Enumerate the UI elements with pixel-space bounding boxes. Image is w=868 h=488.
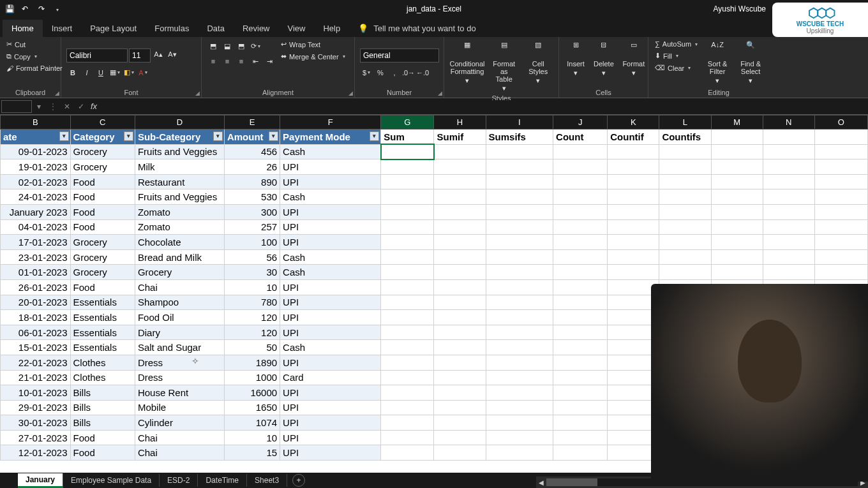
cell[interactable] bbox=[381, 310, 434, 325]
cell[interactable] bbox=[814, 219, 867, 235]
table-header[interactable]: ate▾ bbox=[1, 129, 71, 145]
cell[interactable]: 100 bbox=[224, 235, 280, 250]
column-header[interactable]: B bbox=[1, 115, 71, 129]
cell[interactable]: 56 bbox=[224, 249, 280, 265]
cell[interactable] bbox=[659, 174, 711, 189]
cell[interactable]: 29-01-2023 bbox=[1, 400, 71, 415]
cell[interactable] bbox=[381, 385, 434, 401]
cell[interactable] bbox=[486, 265, 553, 280]
cell[interactable] bbox=[486, 370, 553, 385]
cell[interactable]: 02-01-2023 bbox=[1, 174, 71, 189]
cell[interactable] bbox=[711, 249, 763, 265]
qat-customize-icon[interactable] bbox=[55, 4, 64, 13]
cell[interactable]: 16000 bbox=[224, 385, 280, 401]
cell[interactable] bbox=[381, 189, 434, 205]
ribbon-tab-home[interactable]: Home bbox=[3, 20, 43, 37]
fill-color-button[interactable]: ◧ bbox=[123, 66, 135, 79]
cell[interactable] bbox=[814, 129, 867, 145]
summary-header[interactable]: Countif bbox=[608, 129, 659, 145]
table-header[interactable]: Sub-Category▾ bbox=[135, 129, 224, 145]
cell[interactable] bbox=[763, 265, 814, 280]
cell[interactable]: 20-01-2023 bbox=[1, 295, 71, 310]
user-name[interactable]: Ayushi Wscube bbox=[714, 4, 766, 13]
cell[interactable] bbox=[553, 279, 608, 295]
ribbon-tab-help[interactable]: Help bbox=[314, 20, 349, 37]
cell[interactable] bbox=[553, 249, 608, 265]
cell[interactable]: Diary bbox=[135, 325, 224, 340]
number-format-combo[interactable] bbox=[360, 48, 439, 63]
accounting-format-icon[interactable]: $ bbox=[360, 66, 373, 79]
cell[interactable]: Zomato bbox=[135, 219, 224, 235]
format-cells-button[interactable]: ▭Format▾ bbox=[620, 40, 647, 78]
cell[interactable] bbox=[711, 204, 763, 219]
cell[interactable] bbox=[434, 400, 486, 415]
cell[interactable]: Dress bbox=[135, 370, 224, 385]
cell[interactable] bbox=[553, 265, 608, 280]
scroll-thumb[interactable] bbox=[546, 478, 597, 486]
cell[interactable]: Fruits and Veggies bbox=[135, 189, 224, 205]
cell[interactable] bbox=[434, 265, 486, 280]
cell[interactable]: Chai bbox=[135, 430, 224, 445]
cell[interactable]: Food Oil bbox=[135, 310, 224, 325]
cell[interactable]: 10 bbox=[224, 279, 280, 295]
cell[interactable]: Grocery bbox=[70, 235, 135, 250]
sort-filter-button[interactable]: A↓ZSort & Filter▾ bbox=[703, 40, 732, 85]
cell[interactable] bbox=[814, 265, 867, 280]
increase-indent-icon[interactable]: ⇥ bbox=[263, 55, 276, 68]
cell[interactable] bbox=[381, 325, 434, 340]
cut-button[interactable]: ✂Cut bbox=[5, 40, 64, 49]
find-select-button[interactable]: 🔍Find & Select▾ bbox=[736, 40, 765, 85]
cell[interactable] bbox=[814, 204, 867, 219]
cell[interactable]: Shampoo bbox=[135, 295, 224, 310]
cell[interactable]: Cash bbox=[280, 189, 381, 205]
cell[interactable]: 21-01-2023 bbox=[1, 370, 71, 385]
cell[interactable]: UPI bbox=[280, 415, 381, 431]
cell[interactable]: Salt and Sugar bbox=[135, 340, 224, 355]
cell[interactable]: Food bbox=[70, 445, 135, 461]
cell[interactable] bbox=[434, 235, 486, 250]
cell[interactable] bbox=[381, 445, 434, 461]
tell-me-search[interactable]: 💡Tell me what you want to do bbox=[349, 20, 484, 37]
underline-button[interactable]: U bbox=[94, 66, 107, 79]
cell[interactable] bbox=[659, 159, 711, 175]
cell[interactable] bbox=[711, 144, 763, 159]
column-header[interactable]: J bbox=[553, 115, 608, 129]
cell[interactable] bbox=[434, 340, 486, 355]
cell[interactable]: 1000 bbox=[224, 370, 280, 385]
cell[interactable]: UPI bbox=[280, 310, 381, 325]
cell[interactable] bbox=[763, 204, 814, 219]
cell[interactable]: 10 bbox=[224, 430, 280, 445]
cell[interactable]: January 2023 bbox=[1, 204, 71, 219]
cell[interactable]: Card bbox=[280, 370, 381, 385]
decrease-font-icon[interactable]: A▾ bbox=[166, 48, 179, 61]
column-header[interactable]: C bbox=[70, 115, 135, 129]
sheet-tab[interactable]: January bbox=[18, 473, 63, 488]
cell[interactable]: Grocery bbox=[135, 265, 224, 280]
cell[interactable] bbox=[814, 235, 867, 250]
cell[interactable]: 10-01-2023 bbox=[1, 385, 71, 401]
cell[interactable]: 27-01-2023 bbox=[1, 430, 71, 445]
filter-dropdown-icon[interactable]: ▾ bbox=[370, 131, 379, 141]
cell[interactable]: Chai bbox=[135, 279, 224, 295]
cell[interactable] bbox=[486, 430, 553, 445]
cell[interactable] bbox=[434, 295, 486, 310]
cell[interactable] bbox=[553, 174, 608, 189]
cell[interactable]: 18-01-2023 bbox=[1, 310, 71, 325]
cell[interactable] bbox=[711, 174, 763, 189]
cell[interactable] bbox=[434, 189, 486, 205]
table-header[interactable]: Payment Mode▾ bbox=[280, 129, 381, 145]
cell[interactable] bbox=[711, 129, 763, 145]
cell[interactable]: 22-01-2023 bbox=[1, 355, 71, 370]
cell[interactable]: UPI bbox=[280, 325, 381, 340]
cell[interactable]: Food bbox=[70, 189, 135, 205]
increase-decimal-icon[interactable]: .0→ bbox=[402, 66, 415, 79]
cell[interactable] bbox=[486, 355, 553, 370]
cell[interactable] bbox=[434, 219, 486, 235]
sheet-tab[interactable]: Sheet3 bbox=[247, 474, 287, 487]
delete-cells-button[interactable]: ⊟Delete▾ bbox=[591, 40, 617, 78]
cell[interactable] bbox=[763, 129, 814, 145]
cell[interactable]: UPI bbox=[280, 174, 381, 189]
cell[interactable]: 257 bbox=[224, 219, 280, 235]
cell[interactable] bbox=[381, 430, 434, 445]
cell[interactable]: Restaurant bbox=[135, 174, 224, 189]
